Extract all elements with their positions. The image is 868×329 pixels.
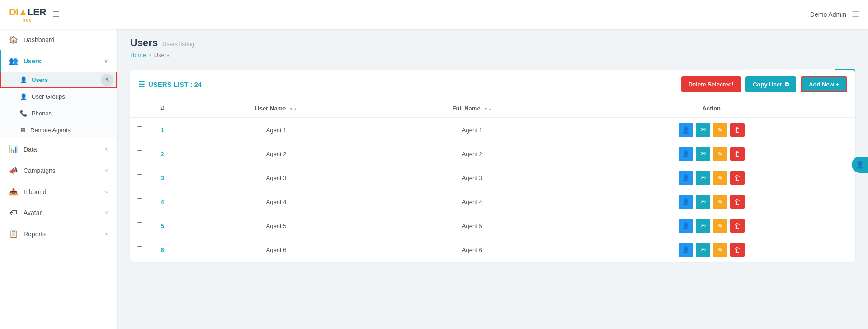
hamburger-icon[interactable]: ☰ — [52, 10, 60, 19]
row-checkbox[interactable] — [137, 222, 142, 228]
sidebar-item-reports[interactable]: 📋 Reports < — [0, 223, 117, 244]
row-checkbox[interactable] — [137, 174, 142, 180]
action-edit-button[interactable]: ✎ — [713, 195, 727, 209]
breadcrumb-sep: ● — [149, 52, 151, 57]
add-new-button[interactable]: Add New + — [801, 76, 847, 92]
sidebar-item-data[interactable]: 📊 Data < — [0, 138, 117, 160]
right-support-button[interactable]: 👤 — [852, 157, 868, 173]
action-edit-button[interactable]: ✎ — [713, 243, 727, 257]
row-actions: 👤 👁 ✎ 🗑 — [568, 190, 855, 214]
row-fullname: Agent 4 — [377, 190, 568, 214]
row-actions: 👤 👁 ✎ 🗑 — [568, 166, 855, 190]
sidebar-sub-item-remote-agents[interactable]: 🖥 Remote Agents — [0, 122, 117, 138]
col-num: # — [149, 99, 176, 118]
action-edit-button[interactable]: ✎ — [713, 219, 727, 233]
sidebar-item-inbound[interactable]: 📥 Inbound < — [0, 181, 117, 202]
phones-icon: 📞 — [20, 110, 27, 117]
table-actions: Delete Selected! Copy User ⧉ Add New + — [681, 76, 847, 92]
action-delete-button[interactable]: 🗑 — [730, 147, 745, 161]
users-chevron: ∨ — [104, 58, 108, 64]
action-delete-button[interactable]: 🗑 — [730, 219, 745, 233]
sidebar-label-campaigns: Campaigns — [24, 167, 56, 174]
row-fullname: Agent 5 — [377, 214, 568, 238]
sidebar-sub-item-phones[interactable]: 📞 Phones — [0, 105, 117, 122]
breadcrumb-home[interactable]: Home — [130, 52, 146, 58]
sidebar-item-avatar[interactable]: 🏷 Avatar < — [0, 202, 117, 223]
page-header-container: Users Users listing Home ● Users 🔍 — [118, 29, 868, 63]
row-username: Agent 1 — [176, 118, 377, 142]
table-body: 1 Agent 1 Agent 1 👤 👁 ✎ 🗑 2 Agent 2 Agen… — [130, 118, 855, 262]
action-profile-button[interactable]: 👤 — [679, 243, 693, 257]
sidebar-sub-item-user-groups[interactable]: 👤 User Groups — [0, 88, 117, 105]
row-checkbox-cell — [130, 214, 149, 238]
action-view-button[interactable]: 👁 — [696, 243, 710, 257]
action-view-button[interactable]: 👁 — [696, 195, 710, 209]
action-delete-button[interactable]: 🗑 — [730, 123, 745, 137]
cursor-indicator: ↖ — [101, 74, 113, 86]
sidebar-item-dashboard[interactable]: 🏠 Dashboard — [0, 29, 117, 50]
action-edit-button[interactable]: ✎ — [713, 171, 727, 185]
row-checkbox[interactable] — [137, 126, 142, 132]
dashboard-icon: 🏠 — [9, 35, 18, 44]
username-sort[interactable]: ▼▲ — [289, 107, 297, 111]
active-bar — [0, 50, 1, 72]
reports-chevron: < — [105, 231, 108, 237]
sidebar-sub-label-remote-agents: Remote Agents — [30, 127, 71, 134]
content-body: ☰ USERS LIST : 24 Delete Selected! Copy … — [118, 63, 868, 329]
row-username: Agent 5 — [176, 214, 377, 238]
copy-user-button[interactable]: Copy User ⧉ — [745, 76, 796, 92]
table-row: 6 Agent 6 Agent 6 👤 👁 ✎ 🗑 — [130, 238, 855, 262]
table-row: 4 Agent 4 Agent 4 👤 👁 ✎ 🗑 — [130, 190, 855, 214]
action-view-button[interactable]: 👁 — [696, 171, 710, 185]
user-name: Demo Admin — [810, 11, 846, 18]
campaigns-icon: 📣 — [9, 166, 18, 175]
table-row: 1 Agent 1 Agent 1 👤 👁 ✎ 🗑 — [130, 118, 855, 142]
sidebar-item-users[interactable]: 👥 Users ∨ — [0, 50, 117, 72]
top-menu-icon[interactable]: ☰ — [852, 10, 859, 19]
action-delete-button[interactable]: 🗑 — [730, 195, 745, 209]
sidebar-sub-item-users[interactable]: 👤 Users ↖ — [0, 72, 117, 88]
sidebar-sub-label-phones: Phones — [32, 110, 52, 117]
action-edit-button[interactable]: ✎ — [713, 147, 727, 161]
cursor-icon: ↖ — [105, 76, 110, 83]
col-username: User Name ▼▲ — [176, 99, 377, 118]
action-profile-button[interactable]: 👤 — [679, 195, 693, 209]
row-num: 3 — [149, 166, 176, 190]
action-delete-button[interactable]: 🗑 — [730, 243, 745, 257]
row-checkbox-cell — [130, 190, 149, 214]
remote-agents-icon: 🖥 — [20, 127, 26, 134]
select-all-checkbox[interactable] — [137, 105, 142, 110]
row-actions: 👤 👁 ✎ 🗑 — [568, 238, 855, 262]
row-checkbox[interactable] — [137, 246, 142, 252]
table-row: 2 Agent 2 Agent 2 👤 👁 ✎ 🗑 — [130, 142, 855, 166]
row-fullname: Agent 1 — [377, 118, 568, 142]
col-username-label: User Name — [255, 105, 286, 112]
sidebar-item-campaigns[interactable]: 📣 Campaigns < — [0, 160, 117, 181]
row-checkbox-cell — [130, 118, 149, 142]
sidebar-label-inbound: Inbound — [24, 188, 47, 195]
action-profile-button[interactable]: 👤 — [679, 147, 693, 161]
action-view-button[interactable]: 👁 — [696, 147, 710, 161]
delete-selected-button[interactable]: Delete Selected! — [681, 76, 741, 92]
list-icon: ☰ — [138, 80, 145, 89]
action-delete-button[interactable]: 🗑 — [730, 171, 745, 185]
avatar-icon: 🏷 — [9, 209, 18, 217]
top-nav: DI▲LER 360 ☰ Demo Admin ☰ — [0, 0, 868, 29]
row-actions: 👤 👁 ✎ 🗑 — [568, 118, 855, 142]
row-checkbox-cell — [130, 166, 149, 190]
action-edit-button[interactable]: ✎ — [713, 123, 727, 137]
action-view-button[interactable]: 👁 — [696, 219, 710, 233]
logo: DI▲LER 360 — [9, 6, 46, 23]
action-view-button[interactable]: 👁 — [696, 123, 710, 137]
action-profile-button[interactable]: 👤 — [679, 171, 693, 185]
action-profile-button[interactable]: 👤 — [679, 219, 693, 233]
fullname-sort[interactable]: ▼▲ — [484, 107, 492, 111]
row-checkbox[interactable] — [137, 198, 142, 204]
copy-icon: ⧉ — [785, 81, 789, 88]
row-checkbox[interactable] — [137, 150, 142, 156]
action-profile-button[interactable]: 👤 — [679, 123, 693, 137]
row-actions: 👤 👁 ✎ 🗑 — [568, 142, 855, 166]
sidebar: 🏠 Dashboard 👥 Users ∨ 👤 Users ↖ 👤 User G… — [0, 29, 118, 329]
table-header-row: ☰ USERS LIST : 24 Delete Selected! Copy … — [130, 70, 855, 99]
row-num: 6 — [149, 238, 176, 262]
